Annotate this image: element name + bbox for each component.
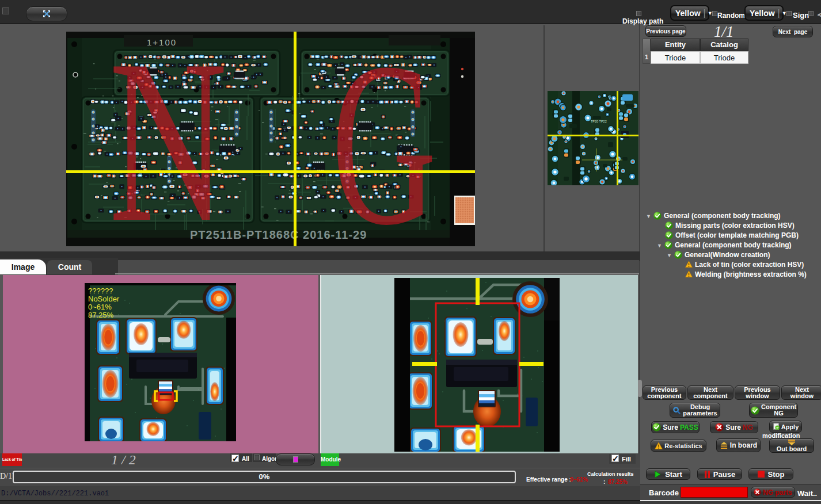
svg-text:G: G — [332, 32, 436, 246]
svg-text:0~61%: 0~61% — [88, 303, 112, 311]
svg-text:N: N — [109, 32, 227, 246]
svg-text:NoSolder: NoSolder — [88, 295, 120, 303]
svg-text:TP20 TP22: TP20 TP22 — [591, 120, 607, 123]
svg-text:87.25%: 87.25% — [88, 311, 114, 319]
svg-text:??????: ?????? — [88, 287, 113, 295]
